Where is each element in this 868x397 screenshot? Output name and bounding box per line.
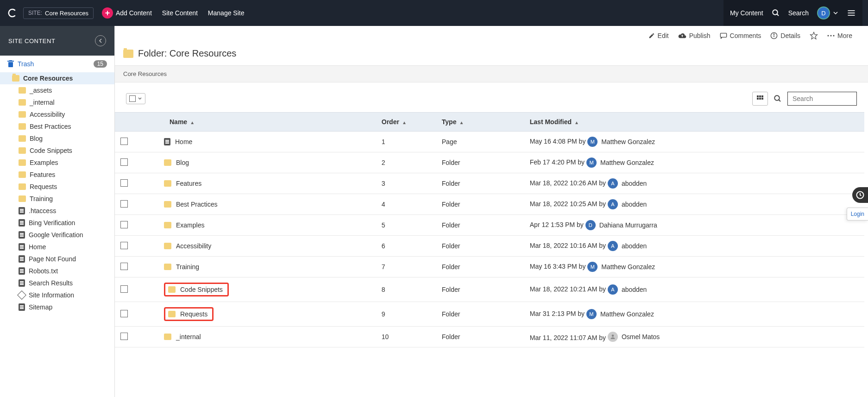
table-search-input[interactable] [787, 92, 857, 106]
table-row[interactable]: Home1PageMay 16 4:08 PM by MMatthew Gonz… [115, 132, 864, 152]
site-content-link[interactable]: Site Content [162, 9, 198, 17]
breadcrumb[interactable]: Core Resources [115, 65, 868, 82]
tree-item[interactable]: Site Information [0, 289, 114, 301]
tree-item[interactable]: Blog [0, 132, 114, 145]
user-avatar-icon: M [587, 137, 598, 147]
row-checkbox[interactable] [120, 263, 128, 270]
chevron-down-icon[interactable] [833, 10, 838, 16]
table-row[interactable]: _internal10FolderMar 11, 2022 11:07 AM b… [115, 327, 864, 347]
main-content: Edit Publish Comments Details More [115, 26, 868, 397]
search-icon[interactable] [772, 9, 780, 17]
table-row[interactable]: Examples5FolderApr 12 1:53 PM by DDahian… [115, 215, 864, 236]
floating-clock-icon[interactable] [852, 187, 868, 203]
tree-item[interactable]: Requests [0, 181, 114, 193]
select-all-dropdown[interactable] [126, 93, 145, 104]
hamburger-icon[interactable] [847, 8, 856, 18]
row-type: Folder [437, 302, 525, 327]
table-row[interactable]: Blog2FolderFeb 17 4:20 PM by MMatthew Go… [115, 152, 864, 173]
tree-item-label: Search Results [29, 279, 73, 287]
tree-item[interactable]: .htaccess [0, 205, 114, 217]
row-order: 3 [377, 173, 437, 194]
user-avatar[interactable]: D [817, 6, 830, 19]
tree-item-label: _assets [30, 87, 52, 94]
site-name: Core Resources [45, 10, 88, 17]
tree-item[interactable]: Features [0, 169, 114, 181]
row-checkbox[interactable] [120, 179, 128, 187]
svg-rect-19 [757, 98, 759, 100]
tree-item[interactable]: Page Not Found [0, 253, 114, 265]
row-name: Code Snippets [180, 286, 223, 293]
tree-item[interactable]: Bing Verification [0, 217, 114, 229]
tree-item[interactable]: Sitemap [0, 301, 114, 313]
tree-item[interactable]: _assets [0, 84, 114, 96]
row-checkbox[interactable] [120, 158, 128, 166]
col-order[interactable]: Order▲ [377, 113, 437, 132]
floating-login-button[interactable]: Login [847, 208, 868, 221]
table-row[interactable]: Accessibility6FolderMar 18, 2022 10:16 A… [115, 236, 864, 257]
tree-item[interactable]: Training [0, 193, 114, 205]
tree-item[interactable]: Best Practices [0, 120, 114, 132]
my-content-link[interactable]: My Content [730, 9, 763, 17]
row-checkbox[interactable] [120, 285, 128, 293]
publish-button[interactable]: Publish [678, 32, 711, 40]
svg-rect-17 [759, 95, 761, 97]
favorite-button[interactable] [810, 32, 818, 40]
table-toolbar [115, 82, 868, 112]
table-row[interactable]: Requests9FolderMar 31 2:13 PM by MMatthe… [115, 302, 864, 327]
page-title: Folder: Core Resources [115, 45, 868, 65]
tree-item[interactable]: Google Verification [0, 229, 114, 241]
row-checkbox[interactable] [120, 333, 128, 340]
content-table: Name▲ Order▲ Type▲ Last Modified▲ Home1P… [115, 112, 864, 347]
trash-link[interactable]: Trash 15 [0, 56, 114, 72]
row-checkbox[interactable] [120, 200, 128, 208]
row-type: Page [437, 132, 525, 152]
svg-point-13 [828, 35, 829, 37]
col-modified[interactable]: Last Modified▲ [525, 113, 864, 132]
more-button[interactable]: More [827, 32, 852, 40]
table-row[interactable]: Code Snippets8FolderMar 18, 2022 10:21 A… [115, 277, 864, 302]
row-checkbox[interactable] [120, 138, 128, 145]
grid-view-button[interactable] [752, 92, 768, 106]
table-row[interactable]: Features3FolderMar 18, 2022 10:26 AM by … [115, 173, 864, 194]
row-checkbox[interactable] [120, 242, 128, 249]
row-order: 10 [377, 327, 437, 347]
row-type: Folder [437, 173, 525, 194]
tree-item[interactable]: Search Results [0, 277, 114, 289]
tree-root[interactable]: Core Resources [0, 72, 114, 84]
row-checkbox[interactable] [120, 310, 128, 317]
row-checkbox[interactable] [120, 221, 128, 228]
comments-button[interactable]: Comments [720, 32, 761, 40]
page-icon [19, 279, 25, 287]
collapse-sidebar-button[interactable] [95, 35, 106, 46]
table-row[interactable]: Training7FolderMay 16 3:43 PM by MMatthe… [115, 257, 864, 277]
tree-item-label: Accessibility [30, 111, 65, 118]
page-icon [164, 138, 170, 145]
row-modified-user: Matthew Gonzalez [600, 310, 654, 318]
tree-item-label: _internal [30, 99, 55, 106]
site-selector[interactable]: SITE: Core Resources [23, 7, 94, 19]
col-type[interactable]: Type▲ [437, 113, 525, 132]
table-search-icon[interactable] [774, 95, 782, 103]
tree-item[interactable]: Code Snippets [0, 145, 114, 157]
tree-item[interactable]: _internal [0, 96, 114, 108]
add-content-link[interactable]: Add Content [116, 9, 152, 17]
add-content-plus-icon[interactable]: + [102, 7, 113, 19]
topbar-search-label[interactable]: Search [788, 9, 809, 17]
row-order: 5 [377, 215, 437, 236]
manage-site-link[interactable]: Manage Site [208, 9, 245, 17]
edit-button[interactable]: Edit [648, 32, 669, 40]
tree-item[interactable]: Home [0, 241, 114, 253]
row-modified-when: Mar 31 2:13 PM by [530, 310, 585, 317]
tree-item[interactable]: Robots.txt [0, 265, 114, 277]
page-icon [19, 303, 25, 311]
tree-item-label: Code Snippets [30, 147, 72, 154]
details-button[interactable]: Details [770, 32, 800, 40]
tree-item[interactable]: Examples [0, 157, 114, 169]
tree-item[interactable]: Accessibility [0, 108, 114, 120]
col-name[interactable]: Name▲ [133, 113, 377, 132]
table-row[interactable]: Best Practices4FolderMar 18, 2022 10:25 … [115, 194, 864, 215]
row-type: Folder [437, 215, 525, 236]
app-logo[interactable] [6, 6, 19, 19]
row-modified-when: Mar 18, 2022 10:25 AM by [530, 200, 606, 208]
svg-rect-21 [761, 98, 763, 100]
